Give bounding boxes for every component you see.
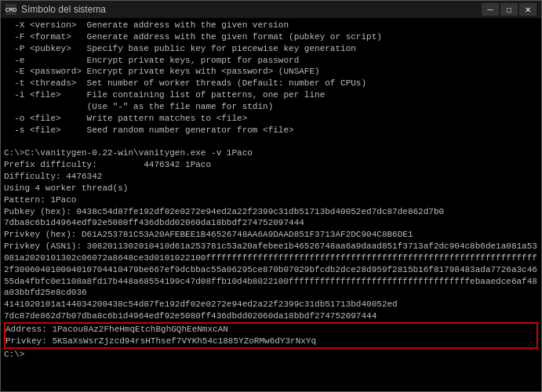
close-button[interactable]: ✕ [519, 3, 537, 16]
minimize-button[interactable]: ─ [482, 3, 499, 16]
terminal-output: -X <version> Generate address with the g… [4, 20, 538, 322]
title-bar: CMD Símbolo del sistema ─ □ ✕ [1, 1, 541, 18]
maximize-button[interactable]: □ [500, 3, 518, 16]
highlighted-results: Address: 1Pacou8Az2FheHmqEtchBghGQhEeNmx… [4, 322, 538, 349]
cmd-icon: CMD [5, 4, 16, 15]
cmd-icon-text: CMD [5, 6, 16, 13]
address-line: Address: 1Pacou8Az2FheHmqEtchBghGQhEeNmx… [5, 324, 537, 347]
privkey-label: Privkey: [5, 336, 52, 346]
terminal-prompt: C:\> [4, 349, 538, 361]
title-bar-left: CMD Símbolo del sistema [5, 4, 106, 15]
window: CMD Símbolo del sistema ─ □ ✕ -X <versio… [0, 0, 542, 392]
privkey-value: 5KSaXsWsrZjzcd94rsHThsef7VYKh54c1885YZoR… [52, 336, 316, 346]
title-bar-controls: ─ □ ✕ [482, 3, 537, 16]
window-title: Símbolo del sistema [21, 4, 106, 15]
terminal: -X <version> Generate address with the g… [1, 18, 541, 391]
address-value: 1Pacou8Az2FheHmqEtchBghGQhEeNmxcAN [52, 325, 227, 334]
address-label: Address: [5, 325, 52, 334]
